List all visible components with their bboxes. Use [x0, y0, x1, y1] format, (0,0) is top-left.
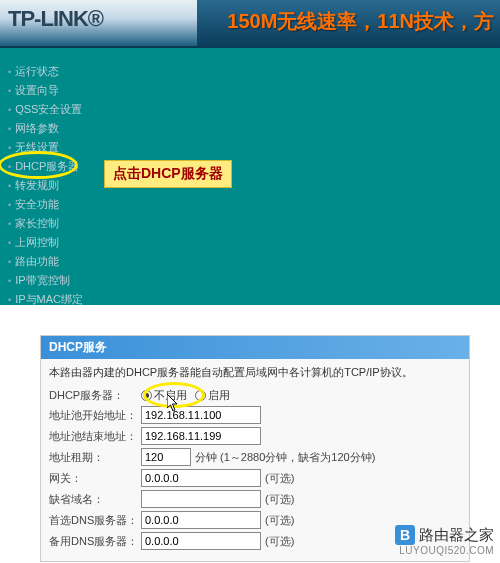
dns2-optional: (可选)	[265, 534, 294, 549]
radio-icon	[141, 390, 152, 401]
sidebar-item-wireless[interactable]: •无线设置	[0, 138, 98, 157]
watermark: B 路由器之家 LUYOUQI520.COM	[395, 525, 494, 557]
dns2-input[interactable]	[141, 532, 261, 550]
sidebar-item-wizard[interactable]: •设置向导	[0, 81, 98, 100]
top-section: TP-LINK® 150M无线速率，11N技术，方 •运行状态 •设置向导 •Q…	[0, 0, 500, 305]
dns1-label: 首选DNS服务器：	[49, 513, 141, 528]
end-ip-input[interactable]	[141, 427, 261, 445]
banner-text: 150M无线速率，11N技术，方	[197, 0, 500, 48]
radio-enable[interactable]: 启用	[195, 388, 230, 403]
sidebar-item-access[interactable]: •上网控制	[0, 233, 98, 252]
panel-description: 本路由器内建的DHCP服务器能自动配置局域网中各计算机的TCP/IP协议。	[49, 365, 461, 380]
watermark-title: 路由器之家	[419, 526, 494, 544]
header-bar: TP-LINK® 150M无线速率，11N技术，方	[0, 0, 500, 48]
dns1-input[interactable]	[141, 511, 261, 529]
lease-suffix: 分钟 (1～2880分钟，缺省为120分钟)	[195, 450, 375, 465]
dns1-optional: (可选)	[265, 513, 294, 528]
callout: 点击DHCP服务器	[104, 160, 232, 188]
sidebar-item-forward[interactable]: •转发规则	[0, 176, 98, 195]
sidebar-item-dhcp[interactable]: •DHCP服务器	[0, 157, 98, 176]
sidebar-item-routing[interactable]: •路由功能	[0, 252, 98, 271]
panel-title: DHCP服务	[41, 336, 469, 359]
gateway-input[interactable]	[141, 469, 261, 487]
gateway-optional: (可选)	[265, 471, 294, 486]
sidebar-item-security[interactable]: •安全功能	[0, 195, 98, 214]
sidebar-item-qss[interactable]: •QSS安全设置	[0, 100, 98, 119]
end-ip-label: 地址池结束地址：	[49, 429, 141, 444]
sidebar-item-parental[interactable]: •家长控制	[0, 214, 98, 233]
gateway-label: 网关：	[49, 471, 141, 486]
dns2-label: 备用DNS服务器：	[49, 534, 141, 549]
start-ip-input[interactable]	[141, 406, 261, 424]
sidebar-item-network[interactable]: •网络参数	[0, 119, 98, 138]
domain-optional: (可选)	[265, 492, 294, 507]
radio-icon	[195, 390, 206, 401]
bottom-section: DHCP服务 本路由器内建的DHCP服务器能自动配置局域网中各计算机的TCP/I…	[0, 305, 500, 563]
watermark-url: LUYOUQI520.COM	[395, 545, 494, 557]
watermark-icon: B	[395, 525, 415, 545]
domain-input[interactable]	[141, 490, 261, 508]
cursor-icon	[167, 394, 181, 412]
lease-input[interactable]	[141, 448, 191, 466]
start-ip-label: 地址池开始地址：	[49, 408, 141, 423]
sidebar-item-status[interactable]: •运行状态	[0, 62, 98, 81]
dhcp-server-label: DHCP服务器：	[49, 388, 141, 403]
callout-text: 点击DHCP服务器	[104, 160, 232, 188]
domain-label: 缺省域名：	[49, 492, 141, 507]
logo: TP-LINK®	[8, 6, 103, 32]
sidebar: •运行状态 •设置向导 •QSS安全设置 •网络参数 •无线设置 •DHCP服务…	[0, 62, 98, 309]
sidebar-item-bandwidth[interactable]: •IP带宽控制	[0, 271, 98, 290]
lease-label: 地址租期：	[49, 450, 141, 465]
